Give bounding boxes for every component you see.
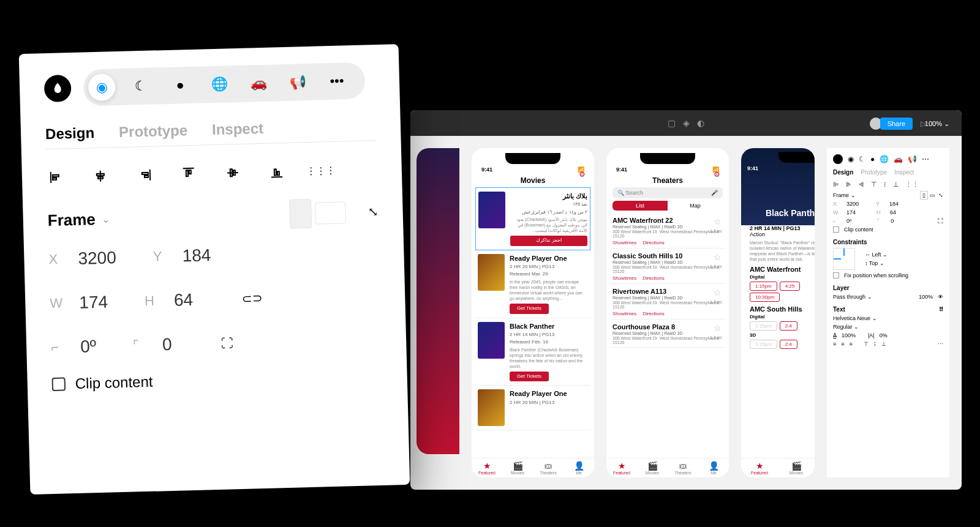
tab-movies[interactable]: 🎬Movies (637, 461, 668, 475)
w-label: W (50, 295, 67, 312)
tab-me[interactable]: 👤Me (698, 461, 729, 475)
book-button[interactable]: احجز تذاكرك (510, 236, 587, 245)
zoom-level[interactable]: 100% ⌄ (925, 120, 949, 128)
canvas[interactable]: 9:41📶 Movies ⚙ بلاك بانثر نفذ ١٣٥ ٢ س و١… (410, 136, 962, 490)
helmet-icon[interactable]: ● (167, 72, 194, 99)
phone-theaters[interactable]: 9:41📶 Theaters ⚙ 🔍 Search🎤 ListMap AMC W… (606, 148, 729, 477)
landscape-button[interactable]: ▭ (930, 192, 935, 198)
tab-movies[interactable]: 🎬Movies (778, 461, 815, 475)
target-icon[interactable]: ◉ (848, 155, 854, 163)
x-value[interactable]: 3200 (78, 248, 116, 269)
align-top-icon[interactable] (178, 164, 198, 184)
moon-icon[interactable]: ☾ (859, 155, 865, 163)
megaphone-icon[interactable]: 📢 (284, 69, 311, 96)
h-label: H (145, 293, 162, 309)
figma-window: ▢ ◈ ◐ Share ▷ 100% ⌄ 9:41📶 Movies ⚙ بلاك… (410, 110, 962, 490)
tab-featured[interactable]: ★Featured (741, 461, 778, 475)
align-hcenter-icon[interactable] (91, 166, 111, 186)
tab-me[interactable]: 👤Me (564, 461, 594, 475)
text-align-right-icon[interactable]: ≡ (850, 341, 853, 347)
target-icon[interactable]: ◉ (88, 73, 116, 101)
chevron-down-icon[interactable]: ⌄ (102, 213, 110, 225)
align-hcenter-icon[interactable]: ⫸ (845, 181, 852, 189)
car-icon[interactable]: 🚗 (244, 69, 272, 97)
share-button[interactable]: Share (880, 118, 913, 130)
link-icon[interactable]: ⊂⊃ (242, 291, 263, 306)
h-value[interactable]: 64 (174, 290, 194, 310)
more-icon[interactable]: ⋯ (922, 155, 929, 163)
megaphone-icon[interactable]: 📢 (908, 155, 917, 163)
phone-detail[interactable]: 9:41 Black Panther 2 HR 14 MIN | PG13 Ac… (741, 148, 815, 477)
more-icon[interactable]: ••• (323, 67, 350, 95)
tab-prototype[interactable]: Prototype (861, 169, 887, 176)
resize-fit-icon[interactable]: ⤡ (368, 204, 379, 219)
tab-featured[interactable]: ★Featured (606, 461, 637, 475)
fix-checkbox[interactable] (833, 272, 839, 278)
eye-icon[interactable]: 👁 (938, 294, 943, 300)
expand-icon[interactable]: ⛶ (221, 336, 233, 351)
text-align-bottom-icon[interactable]: ⊥ (881, 341, 886, 347)
settings-icon[interactable]: ⠿ (939, 306, 943, 313)
distribute-icon[interactable]: ⋮⋮ (905, 181, 919, 189)
globe-icon[interactable]: 🌐 (206, 70, 233, 98)
radius-value[interactable]: 0 (162, 335, 172, 354)
y-value[interactable]: 184 (182, 245, 211, 266)
align-left-icon[interactable]: ⊫ (833, 181, 839, 189)
phone-partial[interactable] (417, 148, 459, 477)
portrait-button[interactable]: ▯ (920, 191, 928, 200)
constraints-widget[interactable] (833, 248, 855, 270)
mic-icon[interactable]: 🎤 (711, 190, 718, 196)
align-left-icon[interactable] (47, 167, 67, 187)
moon-icon[interactable]: ☾ (127, 72, 155, 100)
tab-prototype[interactable]: Prototype (119, 122, 188, 147)
tab-design[interactable]: Design (45, 124, 95, 149)
distribute-icon[interactable]: ⋮⋮⋮ (311, 160, 331, 181)
globe-icon[interactable]: 🌐 (880, 155, 889, 163)
star-icon[interactable]: ☆ (714, 217, 722, 226)
clip-checkbox[interactable] (833, 226, 839, 233)
tab-featured[interactable]: ★Featured (472, 461, 502, 475)
mask-icon[interactable]: ◐ (697, 118, 704, 128)
panel-tabs: Design Prototype Inspect (45, 117, 377, 149)
tab-inspect[interactable]: Inspect (894, 169, 914, 176)
text-align-top-icon[interactable]: ⊤ (864, 341, 869, 347)
w-value[interactable]: 174 (79, 293, 108, 313)
frame-tool-icon[interactable]: ▢ (668, 118, 676, 128)
star-icon[interactable]: ☆ (714, 288, 722, 297)
star-icon[interactable]: ☆ (714, 252, 722, 262)
car-icon[interactable]: 🚗 (894, 155, 903, 163)
tab-inspect[interactable]: Inspect (212, 120, 264, 144)
portrait-button[interactable] (289, 199, 312, 229)
rotation-value[interactable]: 0º (80, 337, 97, 357)
tab-theaters[interactable]: 🎟Theaters (533, 461, 564, 475)
text-align-left-icon[interactable]: ≡ (833, 341, 836, 347)
tickets-button[interactable]: Get Tickets (510, 304, 549, 313)
text-align-middle-icon[interactable]: ⫶ (873, 341, 876, 347)
gear-icon[interactable]: ⚙ (714, 170, 720, 179)
tab-design[interactable]: Design (833, 169, 853, 176)
align-vcenter-icon[interactable] (222, 163, 243, 183)
align-bottom-icon[interactable] (266, 162, 287, 182)
leaf-icon[interactable] (44, 75, 72, 102)
tickets-button[interactable]: Get Tickets (510, 372, 549, 381)
align-right-icon[interactable]: ⫷ (858, 181, 865, 189)
leaf-icon[interactable] (833, 154, 843, 164)
align-right-icon[interactable] (135, 165, 155, 185)
search-input[interactable]: 🔍 Search🎤 (612, 187, 723, 198)
phone-movies[interactable]: 9:41📶 Movies ⚙ بلاك بانثر نفذ ١٣٥ ٢ س و١… (472, 148, 594, 477)
clip-checkbox[interactable] (52, 377, 66, 391)
helmet-icon[interactable]: ● (870, 155, 875, 163)
component-icon[interactable]: ◈ (683, 118, 690, 128)
expand-icon[interactable]: ⛶ (938, 218, 943, 224)
text-align-center-icon[interactable]: ≡ (841, 341, 844, 347)
align-top-icon[interactable]: ⊤ (871, 181, 877, 189)
list-map-toggle[interactable]: ListMap (612, 201, 723, 211)
gear-icon[interactable]: ⚙ (579, 170, 586, 179)
landscape-button[interactable] (315, 201, 346, 224)
align-bottom-icon[interactable]: ⊥ (893, 181, 899, 189)
tab-movies[interactable]: 🎬Movies (502, 461, 533, 475)
align-vcenter-icon[interactable]: ⫶ (883, 181, 887, 189)
star-icon[interactable]: ☆ (714, 323, 722, 333)
tab-theaters[interactable]: 🎟Theaters (668, 461, 698, 475)
more-icon[interactable]: ⋯ (938, 341, 943, 347)
